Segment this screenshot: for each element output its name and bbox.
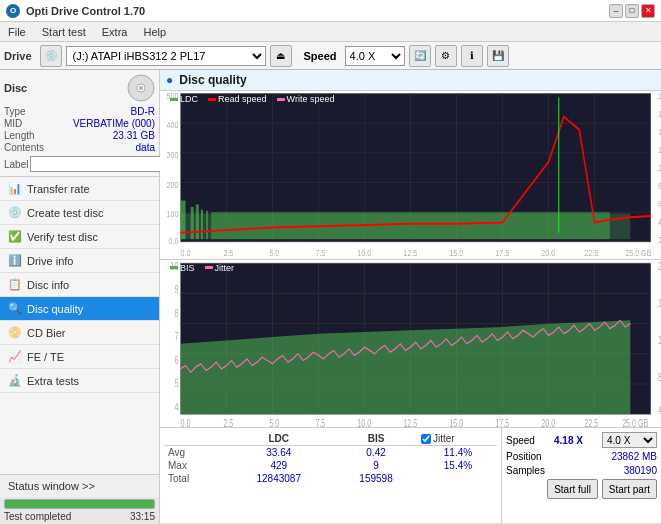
eject-button[interactable]: ⏏ [270,45,292,67]
svg-text:7.5: 7.5 [315,416,325,427]
charts-area: LDC Read speed Write speed [160,91,661,524]
main-layout: Disc Type BD-R MID VERBATIMe (000) Lengt… [0,70,661,524]
minimize-button[interactable]: – [609,4,623,18]
maximize-button[interactable]: □ [625,4,639,18]
drive-select[interactable]: (J:) ATAPI iHBS312 2 PL17 [66,46,266,66]
legend-jitter: Jitter [205,263,235,273]
legend-bis: BIS [170,263,195,273]
status-window-button[interactable]: Status window >> [0,475,159,497]
svg-rect-21 [191,207,194,239]
chart2-legend: BIS Jitter [170,263,234,273]
svg-point-2 [139,86,143,90]
length-value: 23.31 GB [113,130,155,141]
bis-color [170,266,178,269]
svg-text:17.5: 17.5 [495,416,509,427]
chart1-svg: 500 400 300 200 100 0.0 18X 16X 14X 12X … [160,91,661,259]
sidebar-item-drive-info[interactable]: ℹ️ Drive info [0,249,159,273]
svg-text:22.5: 22.5 [584,416,598,427]
refresh-button[interactable]: 🔄 [409,45,431,67]
col-header-jitter-check: Jitter [419,432,497,446]
speed-info-row: Speed 4.18 X 4.0 X [506,432,657,448]
app-icon: O [6,4,20,18]
main-content: ● Disc quality LDC Read speed [160,70,661,524]
max-jitter: 15.4% [419,459,497,472]
speed-static-label: Speed [506,435,535,446]
sidebar-item-disc-info[interactable]: 📋 Disc info [0,273,159,297]
cd-bier-icon: 📀 [8,326,22,339]
stats-table: LDC BIS Jitter [160,428,501,523]
total-label: Total [164,472,224,485]
menu-start-test[interactable]: Start test [38,25,90,39]
svg-text:6: 6 [174,352,178,365]
sidebar-item-disc-quality[interactable]: 🔍 Disc quality [0,297,159,321]
svg-text:12.5: 12.5 [403,416,417,427]
sidebar-item-cd-bier[interactable]: 📀 CD Bier [0,321,159,345]
close-button[interactable]: ✕ [641,4,655,18]
stats-avg-row: Avg 33.64 0.42 11.4% [164,446,497,460]
label-label: Label [4,159,28,170]
svg-text:15.0: 15.0 [449,248,463,258]
menu-extra[interactable]: Extra [98,25,132,39]
settings-button[interactable]: ⚙ [435,45,457,67]
menu-bar: File Start test Extra Help [0,22,661,42]
contents-value: data [136,142,155,153]
svg-text:5.0: 5.0 [269,416,279,427]
avg-jitter: 11.4% [419,446,497,460]
create-test-disc-label: Create test disc [27,207,103,219]
sidebar-item-fe-te[interactable]: 📈 FE / TE [0,345,159,369]
speed-value-display: 4.18 X [554,435,583,446]
samples-row: Samples 380190 [506,465,657,476]
svg-rect-23 [201,210,203,240]
jitter-label2: Jitter [215,263,235,273]
disc-quality-title: Disc quality [179,73,246,87]
status-message: Test completed [4,511,71,522]
disc-section: Disc Type BD-R MID VERBATIMe (000) Lengt… [0,70,159,177]
sidebar: Disc Type BD-R MID VERBATIMe (000) Lengt… [0,70,160,524]
sidebar-item-extra-tests[interactable]: 🔬 Extra tests [0,369,159,393]
start-part-button[interactable]: Start part [602,479,657,499]
write-speed-color [277,98,285,101]
menu-file[interactable]: File [4,25,30,39]
extra-tests-icon: 🔬 [8,374,22,387]
svg-text:5.0: 5.0 [269,248,279,258]
disc-quality-header: ● Disc quality [160,70,661,91]
drive-icon-btn[interactable]: 💿 [40,45,62,67]
jitter-checkbox[interactable] [421,434,431,444]
start-full-button[interactable]: Start full [547,479,598,499]
bis-label: BIS [180,263,195,273]
contents-label: Contents [4,142,44,153]
label-input[interactable] [30,156,163,172]
create-test-disc-icon: 💿 [8,206,22,219]
svg-text:400: 400 [166,121,178,131]
transfer-rate-label: Transfer rate [27,183,90,195]
info-button2[interactable]: ℹ [461,45,483,67]
disc-header: Disc [4,74,155,102]
title-bar: O Opti Drive Control 1.70 – □ ✕ [0,0,661,22]
sidebar-item-verify-test-disc[interactable]: ✅ Verify test disc [0,225,159,249]
svg-text:4: 4 [174,399,178,412]
cd-bier-label: CD Bier [27,327,66,339]
chart1-container: LDC Read speed Write speed [160,91,661,260]
avg-bis: 0.42 [333,446,419,460]
svg-text:9: 9 [174,282,178,295]
progress-bar-inner [5,500,154,508]
save-button[interactable]: 💾 [487,45,509,67]
stats-row: LDC BIS Jitter [160,428,661,524]
col-header-empty [164,432,224,446]
disc-quality-label: Disc quality [27,303,83,315]
title-bar-left: O Opti Drive Control 1.70 [6,4,145,18]
svg-text:20.0: 20.0 [541,416,555,427]
jitter-col-label: Jitter [433,433,455,444]
mid-label: MID [4,118,22,129]
svg-text:25.0 GB: 25.0 GB [625,248,651,258]
speed-dropdown[interactable]: 4.0 X [602,432,657,448]
speed-select[interactable]: 4.0 X [345,46,405,66]
status-text-row: Test completed 33:15 [4,511,155,522]
drive-info-icon: ℹ️ [8,254,22,267]
sidebar-item-create-test-disc[interactable]: 💿 Create test disc [0,201,159,225]
svg-text:7.5: 7.5 [315,248,325,258]
title-bar-controls: – □ ✕ [609,4,655,18]
sidebar-item-transfer-rate[interactable]: 📊 Transfer rate [0,177,159,201]
action-buttons: Start full Start part [506,479,657,499]
menu-help[interactable]: Help [139,25,170,39]
